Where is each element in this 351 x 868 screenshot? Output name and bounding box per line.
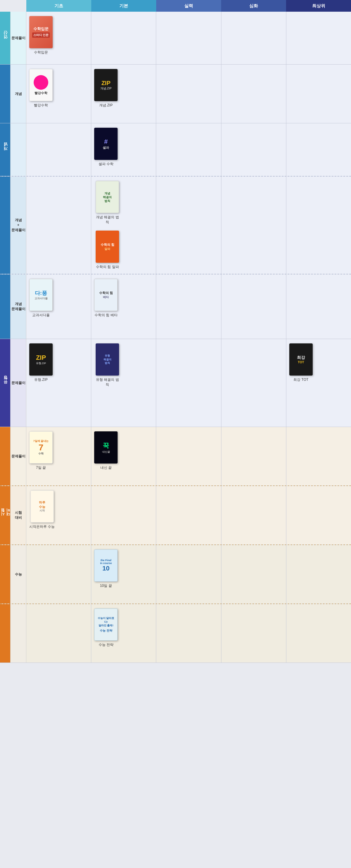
- cover-big-개념ZIP: ZIP: [100, 80, 112, 87]
- label-개념2-vert: 개념: [3, 146, 8, 154]
- cover-셀파수학: # 셀파: [94, 128, 118, 160]
- cover-text-셀파수학: # 셀파: [103, 138, 109, 150]
- cell-개념문제2-기본: 수학의 힘 베타 수학의 힘 베타: [91, 274, 156, 339]
- cell-개념문제-기초: [26, 177, 91, 274]
- sub-label-문제풀이-연산: 문제풀이: [10, 12, 26, 64]
- cover-big-유형ZIP: ZIP: [36, 354, 46, 362]
- cover-sub-셀파: 셀파: [103, 146, 109, 150]
- tab-실력[interactable]: 실력: [156, 0, 221, 12]
- all-sections: 연산 문제풀이 수학입문 스터디 인문 수학입문: [0, 12, 351, 868]
- book-title-10일끝: 10일 끝: [100, 583, 112, 588]
- cover-sub-시작은하루: 시작: [39, 509, 45, 513]
- cover-sub-최강TOT: TOT: [297, 360, 305, 364]
- cover-sub-유형ZIP: 유형.ZIP: [36, 362, 46, 365]
- cell-시험-심화: [222, 427, 286, 486]
- cells-개념문제풀이: 개념해결의법칙 개념 해결의 법칙 수학의 힘 알파 수학의 힘 알파: [26, 177, 351, 274]
- row-유형문제풀이: 유형 문제풀이 ZIP 유형.ZIP 유형.ZIP: [0, 339, 351, 427]
- tab-심화[interactable]: 심화: [221, 0, 286, 12]
- cover-text-수능전략: 수능이 달라졌다!달라진 출제! 수능 전략: [94, 615, 117, 634]
- cell-연산-실력: [156, 12, 221, 64]
- cover-big-최강TOT: 최강: [297, 355, 305, 360]
- book-내신끝[interactable]: 꾹 내신끝 내신 끝: [94, 431, 118, 470]
- book-7일끝[interactable]: 7일에 끝내는 7 수학 7일 끝: [29, 431, 53, 470]
- book-개념해결의법칙[interactable]: 개념해결의법칙 개념 해결의 법칙: [94, 181, 120, 225]
- cell-수능전략-실력: [156, 604, 221, 662]
- cell-개념문제-최상위: [286, 177, 351, 274]
- cell-시험-실력: [156, 427, 221, 486]
- cell-개념2-심화: [222, 123, 286, 176]
- book-title-셀파수학: 셀파 수학: [98, 162, 114, 166]
- book-시작은하루수능[interactable]: 하루수능 시작 시작은하루 수능: [29, 490, 55, 529]
- cell-연산-심화: [222, 12, 286, 64]
- cell-개념문제2-기초: 다:풍 교과서다풀 교과서다풀: [26, 274, 91, 339]
- main-label-수능: [0, 545, 10, 603]
- book-교과서다풀[interactable]: 다:풍 교과서다풀 교과서다풀: [29, 279, 53, 318]
- left-유형: 유형 문제풀이: [0, 339, 26, 427]
- book-셀파수학[interactable]: # 셀파 셀파 수학: [94, 128, 118, 166]
- book-개념ZIP[interactable]: ZIP 개념.ZIP 개념.ZIP: [94, 69, 118, 108]
- row-개념문제풀이2: 개념문제풀이 다:풍 교과서다풀 교과서다풀: [0, 274, 351, 339]
- left-연산: 연산 문제풀이: [0, 12, 26, 64]
- book-title-시작은하루수능: 시작은하루 수능: [29, 524, 55, 529]
- book-수능전략[interactable]: 수능이 달라졌다!달라진 출제! 수능 전략 수능 전략: [94, 609, 118, 647]
- cover-big-7일끝: 7: [33, 443, 49, 452]
- book-수학입문[interactable]: 수학입문 스터디 인문 수학입문: [29, 16, 53, 55]
- tab-기본[interactable]: 기본: [91, 0, 156, 12]
- sub-label-개념2: [10, 123, 26, 176]
- label-유형: 유형: [3, 379, 8, 387]
- cover-subtitle-수학입문: 스터디 인문: [32, 32, 50, 38]
- cover-text-최강TOT: 최강 TOT: [295, 353, 306, 365]
- cell-수능-심화: [222, 545, 286, 603]
- cover-개념해결의법칙: 개념해결의법칙: [96, 181, 119, 213]
- header-tabs: 기초 기본 실력 심화 최상위: [26, 0, 351, 12]
- cell-수능전략-최상위: [286, 604, 351, 662]
- book-title-유형ZIP: 유형.ZIP: [34, 377, 48, 382]
- left-시험대비: 문제풀이: [0, 427, 26, 486]
- cover-수능전략: 수능이 달라졌다!달라진 출제! 수능 전략: [94, 609, 118, 641]
- row-수능: 수능 the Final in course 10 10일 끝: [0, 545, 351, 604]
- cell-개념1-기본: ZIP 개념.ZIP 개념.ZIP: [91, 65, 156, 123]
- book-유형해결의법칙[interactable]: 유형해결의법칙 유형 해결의 법칙: [94, 343, 120, 387]
- cells-개념1: 빨강수학 빨강수학 ZIP 개념.ZIP: [26, 65, 351, 123]
- cell-시험-최상위: [286, 427, 351, 486]
- cover-sub-내신끝: 내신끝: [102, 450, 110, 454]
- cell-시험대비-기본: [91, 486, 156, 545]
- cell-수능전략-기본: 수능이 달라졌다!달라진 출제! 수능 전략 수능 전략: [91, 604, 156, 662]
- cells-수능: the Final in course 10 10일 끝: [26, 545, 351, 603]
- cells-수능전략: 수능이 달라졌다!달라진 출제! 수능 전략 수능 전략: [26, 604, 351, 662]
- sub-label-유형문제풀이: 문제풀이: [10, 339, 26, 427]
- book-title-수학입문: 수학입문: [34, 50, 48, 55]
- cover-sub-힘알파: 알파: [100, 247, 114, 251]
- book-최강TOT[interactable]: 최강 TOT 최강 TOT: [289, 343, 313, 382]
- cell-수능전략-기초: [26, 604, 91, 662]
- cover-big-교과서다풀: 다:풍: [34, 290, 48, 297]
- main-label-개념2: 개념: [0, 123, 10, 176]
- cell-개념문제2-최상위: [286, 274, 351, 339]
- left-수능전략: [0, 604, 26, 662]
- tab-최상위[interactable]: 최상위: [286, 0, 351, 12]
- book-10일끝[interactable]: the Final in course 10 10일 끝: [94, 550, 118, 588]
- book-빨강수학[interactable]: 빨강수학 빨강수학: [29, 69, 53, 108]
- book-수학의힘알파[interactable]: 수학의 힘 알파 수학의 힘 알파: [94, 230, 120, 270]
- cell-수능전략-심화: [222, 604, 286, 662]
- cell-수능-최상위: [286, 545, 351, 603]
- sub-label-개념1: 개념: [10, 65, 26, 123]
- sub-label-개념문제풀이: 개념+문제풀이: [10, 177, 26, 274]
- cover-text-유형ZIP: ZIP 유형.ZIP: [36, 354, 46, 365]
- book-유형ZIP[interactable]: ZIP 유형.ZIP 유형.ZIP: [29, 343, 53, 382]
- cell-개념문제-심화: [222, 177, 286, 274]
- cell-개념1-최상위: [286, 65, 351, 123]
- cell-유형-심화: [222, 339, 286, 427]
- cells-유형문제풀이: ZIP 유형.ZIP 유형.ZIP 유형해결의법칙: [26, 339, 351, 427]
- row-시험대비-sub: 시험대비 시험대비 하루수능 시작 시작은하루 수능: [0, 486, 351, 545]
- cell-유형-기초: ZIP 유형.ZIP 유형.ZIP: [26, 339, 91, 427]
- cover-title-힘알파: 수학의 힘: [100, 243, 114, 247]
- cell-시험-기초: 7일에 끝내는 7 수학 7일 끝: [26, 427, 91, 486]
- sub-label-시험대비-문제풀이: 문제풀이: [10, 427, 26, 486]
- tab-기초[interactable]: 기초: [26, 0, 91, 12]
- cover-10일끝: the Final in course 10: [94, 550, 118, 582]
- cover-sub-수능전략: 수능 전략: [96, 629, 116, 633]
- sub-label-수능전략: [10, 604, 26, 662]
- row-시험대비-문제풀이: 문제풀이 7일에 끝내는 7 수학 7일 끝: [0, 427, 351, 486]
- book-수학의힘베타[interactable]: 수학의 힘 베타 수학의 힘 베타: [94, 279, 118, 318]
